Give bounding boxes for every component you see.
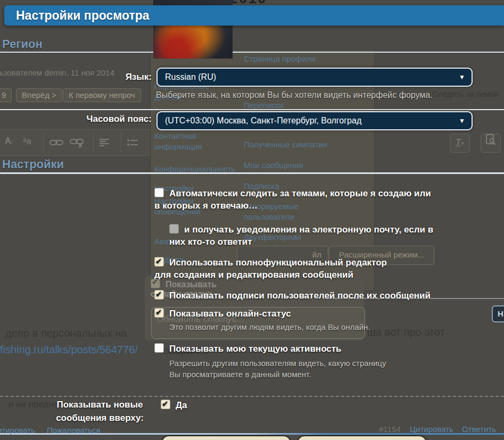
menu-item-contact-details[interactable]: Контактная информация: [154, 131, 229, 152]
checkbox-label: Показывать онлайн-статус: [169, 309, 291, 319]
language-select-value: Russian (RU): [165, 72, 216, 81]
checkbox-label: и получать уведомления на электронную по…: [169, 225, 433, 247]
checkbox[interactable]: [154, 290, 164, 300]
editor-toolbar: A: aa: [0, 129, 151, 156]
post-body-text: дело в персональных на: [5, 327, 127, 339]
checkbox[interactable]: [169, 224, 179, 234]
checkbox-row-email-notify[interactable]: и получать уведомления на электронную по…: [169, 223, 446, 248]
language-select[interactable]: Russian (RU) ▼: [156, 68, 473, 87]
checkbox-label: Автоматически следить за темами, которые…: [154, 188, 431, 211]
list-icon[interactable]: [127, 139, 138, 148]
quote-link[interactable]: Цитировать: [0, 426, 35, 435]
font-color-icon[interactable]: A:: [5, 136, 13, 146]
current-activity-help: Разрешить другим пользователям видеть, к…: [169, 358, 398, 380]
checkbox-label: Показывать мою текущую активность: [169, 344, 342, 354]
reply-link[interactable]: Ответить: [462, 425, 496, 434]
language-help-text: Выберите язык, на котором Вы бы хотели в…: [156, 90, 433, 100]
online-status-help: Это позволит другим людям видеть, когда …: [169, 321, 446, 333]
checkbox-row-current-activity[interactable]: Показывать мою текущую активность: [154, 343, 394, 355]
checkbox-row-signatures[interactable]: Показывать подписи пользователей после и…: [154, 289, 495, 302]
checkbox[interactable]: [154, 308, 164, 318]
new-messages-label: Показывать новые сообщения вверху:: [51, 398, 149, 425]
follow-thread-link[interactable]: Следить за темой: [432, 89, 499, 98]
report-link[interactable]: Пожаловаться: [47, 426, 101, 435]
screen: 2010 льзователем demin, 11 ноя 2014 9 Вп…: [0, 0, 504, 440]
checkbox-label: Показывать подписи пользователей после и…: [169, 290, 431, 301]
wrench-icon: [485, 134, 496, 146]
post-number[interactable]: #1154: [379, 425, 401, 434]
checkbox[interactable]: [161, 400, 170, 409]
checkbox-label: Да: [176, 400, 187, 410]
first-unread-button[interactable]: К первому непроч: [63, 88, 141, 102]
checkbox[interactable]: [154, 257, 164, 267]
section-underline: [0, 172, 504, 174]
new-posts-button[interactable]: Н: [492, 305, 504, 322]
remove-formatting-button[interactable]: T×: [450, 134, 470, 153]
checkbox[interactable]: [154, 188, 164, 197]
post-link[interactable]: fishing.ru/talks/posts/564776/: [0, 344, 138, 356]
page-number-button[interactable]: 9: [0, 88, 12, 102]
text-align-icon[interactable]: [100, 138, 110, 149]
chevron-down-icon: ▼: [459, 69, 465, 86]
chevron-down-icon: ▼: [459, 112, 465, 129]
menu-item-likes-received[interactable]: Полученные симпатии: [244, 139, 361, 150]
header-underline: [0, 109, 504, 110]
timezone-select-value: (UTC+03:00) Москва, Санкт-Петербург, Вол…: [165, 116, 361, 125]
checkbox-label: Использовать полнофункциональный редакто…: [154, 258, 387, 280]
checkbox-row-rich-editor[interactable]: Использовать полнофункциональный редакто…: [154, 256, 404, 281]
timezone-select[interactable]: (UTC+03:00) Москва, Санкт-Петербург, Вол…: [156, 111, 473, 130]
modal-cancel-button[interactable]: [297, 435, 427, 440]
special-bbcode-button[interactable]: [481, 134, 501, 153]
checkbox-row-online-status[interactable]: Показывать онлайн-статус: [154, 308, 367, 320]
section-underline: [0, 52, 504, 53]
menu-item-your-content[interactable]: Мои сообщения: [244, 160, 350, 171]
remove-link-icon[interactable]: [70, 138, 85, 150]
modal-title-bar: Настройки просмотра: [4, 5, 504, 26]
checkbox-row-watch-threads[interactable]: Автоматически следить за темами, которые…: [154, 187, 436, 212]
timezone-label: Часовой пояс:: [61, 114, 152, 124]
dashed-divider: [0, 396, 504, 397]
checkbox-row-new-messages-top[interactable]: Да: [161, 399, 225, 411]
font-size-icon[interactable]: aa: [23, 136, 31, 146]
modal-title: Настройки просмотра: [4, 5, 504, 26]
language-label: Язык:: [80, 72, 152, 82]
settings-section-heading: Настройки: [2, 157, 64, 171]
modal-save-button[interactable]: [161, 435, 291, 440]
remove-formatting-icon: T: [456, 138, 461, 147]
quote-link[interactable]: Цитировать: [410, 425, 453, 434]
checkbox[interactable]: [154, 343, 164, 353]
menu-item-profile-page[interactable]: Страница профиля: [244, 54, 350, 64]
insert-link-icon[interactable]: [49, 138, 63, 149]
region-section-heading: Регион: [2, 37, 43, 51]
next-page-button[interactable]: Вперёд >: [16, 88, 62, 102]
